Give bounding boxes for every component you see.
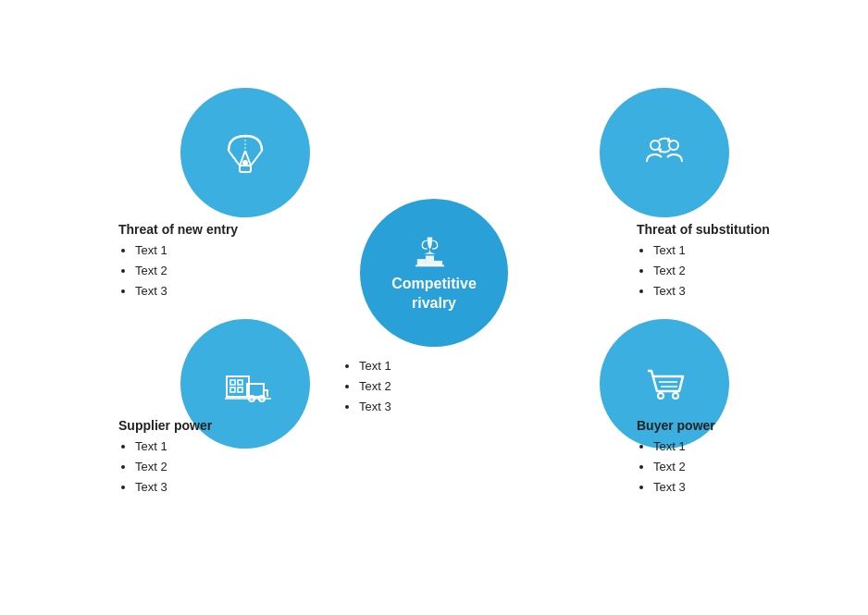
circle-threat-new-entry xyxy=(180,88,310,217)
list-item: Text 1 xyxy=(135,437,212,457)
svg-point-6 xyxy=(243,161,247,165)
list-item: Text 3 xyxy=(653,281,803,301)
circle-threat-substitution xyxy=(600,88,729,217)
list-item: Text 3 xyxy=(135,477,212,498)
list-center-bottom: Text 1 Text 2 Text 3 xyxy=(342,356,391,417)
title-supplier-power: Supplier power xyxy=(118,418,212,433)
circle-competitive-rivalry: Competitive rivalry xyxy=(360,199,508,347)
list-item: Text 3 xyxy=(653,477,803,498)
center-label-line1: Competitive xyxy=(391,276,477,291)
svg-rect-4 xyxy=(240,166,251,172)
text-block-buyer-power: Buyer power Text 1 Text 2 Text 3 xyxy=(637,418,803,498)
text-block-center-bottom: Text 1 Text 2 Text 3 xyxy=(342,356,391,417)
text-block-threat-substitution: Threat of substitution Text 1 Text 2 Tex… xyxy=(637,222,803,301)
svg-rect-22 xyxy=(426,256,434,266)
svg-line-2 xyxy=(229,151,240,166)
svg-point-18 xyxy=(658,393,663,399)
list-item: Text 2 xyxy=(653,457,803,477)
list-item: Text 2 xyxy=(135,457,212,477)
svg-rect-13 xyxy=(238,387,242,392)
svg-rect-11 xyxy=(238,380,242,385)
title-threat-new-entry: Threat of new entry xyxy=(118,222,238,237)
title-buyer-power: Buyer power xyxy=(637,418,803,433)
svg-rect-23 xyxy=(417,259,426,265)
list-item: Text 1 xyxy=(653,240,803,261)
cart-icon xyxy=(639,358,690,410)
svg-point-19 xyxy=(673,393,678,399)
list-item: Text 3 xyxy=(135,281,238,301)
text-block-threat-new-entry: Threat of new entry Text 1 Text 2 Text 3 xyxy=(118,222,238,301)
list-item: Text 2 xyxy=(359,376,391,397)
title-threat-substitution: Threat of substitution xyxy=(637,222,803,237)
svg-rect-10 xyxy=(230,380,235,385)
parachute-icon xyxy=(219,127,271,178)
truck-building-icon xyxy=(219,358,271,410)
list-threat-substitution: Text 1 Text 2 Text 3 xyxy=(637,240,803,301)
center-label-line2: rivalry xyxy=(412,295,456,311)
diagram-container: Threat of new entry Text 1 Text 2 Text 3 xyxy=(0,0,868,615)
list-threat-new-entry: Text 1 Text 2 Text 3 xyxy=(118,240,238,301)
svg-point-7 xyxy=(651,141,660,150)
list-item: Text 2 xyxy=(135,261,238,281)
svg-rect-12 xyxy=(230,387,235,392)
list-item: Text 1 xyxy=(135,240,238,261)
text-block-supplier-power: Supplier power Text 1 Text 2 Text 3 xyxy=(118,418,212,498)
svg-line-3 xyxy=(251,151,262,166)
list-supplier-power: Text 1 Text 2 Text 3 xyxy=(118,437,212,498)
swap-users-icon xyxy=(639,127,690,178)
list-item: Text 1 xyxy=(653,437,803,457)
list-item: Text 3 xyxy=(359,397,391,417)
list-item: Text 1 xyxy=(359,356,391,376)
svg-point-8 xyxy=(669,141,678,150)
list-item: Text 2 xyxy=(653,261,803,281)
list-buyer-power: Text 1 Text 2 Text 3 xyxy=(637,437,803,498)
